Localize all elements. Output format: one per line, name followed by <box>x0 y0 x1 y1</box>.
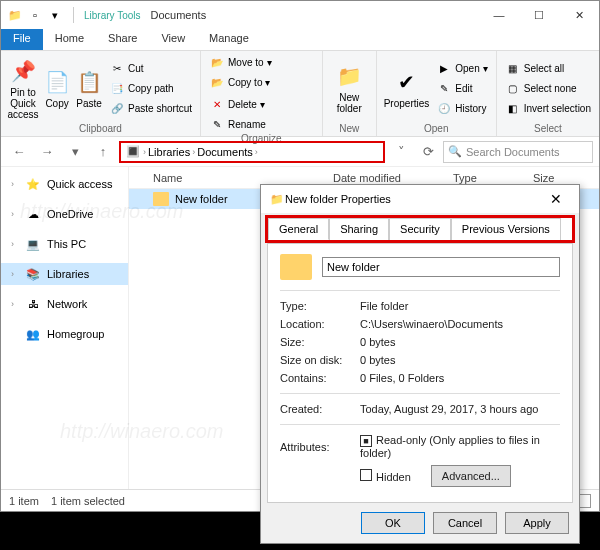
edit-button[interactable]: ✎Edit <box>434 79 489 97</box>
address-bar: ← → ▾ ↑ 🔳 › Libraries › Documents › ˅ ⟳ … <box>1 137 599 167</box>
refresh-button[interactable]: ⟳ <box>417 140 439 164</box>
new-folder-button[interactable]: 📁 New folder <box>329 53 370 123</box>
properties-icon: ✔ <box>393 68 421 96</box>
breadcrumb-libraries[interactable]: Libraries <box>148 146 190 158</box>
location-value: C:\Users\winaero\Documents <box>360 318 560 330</box>
tab-manage[interactable]: Manage <box>197 29 261 50</box>
back-button[interactable]: ← <box>7 140 31 164</box>
location-label: Location: <box>280 318 360 330</box>
breadcrumb[interactable]: 🔳 › Libraries › Documents › <box>119 141 385 163</box>
invert-selection-button[interactable]: ◧Invert selection <box>503 99 593 117</box>
delete-icon: ✕ <box>209 96 225 112</box>
open-button[interactable]: ▶Open▾ <box>434 59 489 77</box>
copy-button[interactable]: 📄 Copy <box>43 53 71 123</box>
dialog-tabs: General Sharing Security Previous Versio… <box>268 218 572 240</box>
history-dropdown-button[interactable]: ˅ <box>389 140 413 164</box>
nav-this-pc[interactable]: ›💻This PC <box>1 233 128 255</box>
move-to-button[interactable]: 📂Move to▾ <box>207 53 274 71</box>
titlebar: 📁 ▫ ▾ Library Tools Documents — ☐ ✕ <box>1 1 599 29</box>
tab-view[interactable]: View <box>149 29 197 50</box>
ok-button[interactable]: OK <box>361 512 425 534</box>
folder-icon <box>153 192 169 206</box>
open-group-label: Open <box>383 123 490 134</box>
maximize-button[interactable]: ☐ <box>519 1 559 29</box>
tab-share[interactable]: Share <box>96 29 149 50</box>
contextual-tab-label: Library Tools <box>78 8 147 23</box>
cancel-button[interactable]: Cancel <box>433 512 497 534</box>
select-group-label: Select <box>503 123 593 134</box>
status-count: 1 item <box>9 495 39 507</box>
readonly-label: Read-only (Only applies to files in fold… <box>360 434 540 459</box>
dialog-buttons: OK Cancel Apply <box>261 503 579 543</box>
nav-libraries[interactable]: ›📚Libraries <box>1 263 128 285</box>
tab-security[interactable]: Security <box>389 218 451 240</box>
tab-home[interactable]: Home <box>43 29 96 50</box>
nav-quick-access[interactable]: ›⭐Quick access <box>1 173 128 195</box>
contains-label: Contains: <box>280 372 360 384</box>
chevron-right-icon: › <box>11 239 19 249</box>
pin-to-quick-access-button[interactable]: 📌 Pin to Quick access <box>7 53 39 123</box>
qat-icon[interactable]: ▫ <box>27 7 43 23</box>
forward-button[interactable]: → <box>35 140 59 164</box>
attributes-label: Attributes: <box>280 441 360 453</box>
chevron-right-icon: › <box>11 179 19 189</box>
onedrive-icon: ☁ <box>25 206 41 222</box>
new-folder-icon: 📁 <box>335 62 363 90</box>
readonly-checkbox[interactable]: ■ <box>360 435 372 447</box>
rename-icon: ✎ <box>209 116 225 132</box>
pin-label: Pin to Quick access <box>7 87 39 120</box>
paste-label: Paste <box>76 98 102 109</box>
properties-button[interactable]: ✔ Properties <box>383 53 431 123</box>
up-button[interactable]: ↑ <box>91 140 115 164</box>
select-all-button[interactable]: ▦Select all <box>503 59 593 77</box>
breadcrumb-root-icon[interactable]: 🔳 <box>125 144 141 160</box>
history-button[interactable]: 🕘History <box>434 99 489 117</box>
tab-previous-versions[interactable]: Previous Versions <box>451 218 561 240</box>
nav-network[interactable]: ›🖧Network <box>1 293 128 315</box>
copyto-icon: 📂 <box>209 74 225 90</box>
dialog-close-button[interactable]: ✕ <box>541 191 571 207</box>
rename-button[interactable]: ✎Rename <box>207 115 268 133</box>
chevron-down-icon: ▾ <box>267 57 272 68</box>
col-name[interactable]: Name <box>153 172 333 184</box>
status-selected: 1 item selected <box>51 495 125 507</box>
nav-homegroup[interactable]: 👥Homegroup <box>1 323 128 345</box>
tab-file[interactable]: File <box>1 29 43 50</box>
recent-locations-button[interactable]: ▾ <box>63 140 87 164</box>
folder-name-input[interactable] <box>322 257 560 277</box>
tab-general[interactable]: General <box>268 218 329 240</box>
type-label: Type: <box>280 300 360 312</box>
qat-dropdown-icon[interactable]: ▾ <box>47 7 63 23</box>
col-size[interactable]: Size <box>533 172 583 184</box>
libraries-icon: 📚 <box>25 266 41 282</box>
breadcrumb-documents[interactable]: Documents <box>197 146 253 158</box>
copy-to-button[interactable]: 📂Copy to▾ <box>207 73 274 91</box>
app-icon: 📁 <box>7 7 23 23</box>
paste-button[interactable]: 📋 Paste <box>75 53 103 123</box>
apply-button[interactable]: Apply <box>505 512 569 534</box>
copy-icon: 📄 <box>43 68 71 96</box>
cut-button[interactable]: ✂Cut <box>107 59 194 77</box>
hidden-checkbox[interactable] <box>360 469 372 481</box>
col-type[interactable]: Type <box>453 172 533 184</box>
copy-path-button[interactable]: 📑Copy path <box>107 79 194 97</box>
advanced-button[interactable]: Advanced... <box>431 465 511 487</box>
select-none-button[interactable]: ▢Select none <box>503 79 593 97</box>
dialog-titlebar: 📁 New folder Properties ✕ <box>261 185 579 213</box>
minimize-button[interactable]: — <box>479 1 519 29</box>
size-on-disk-label: Size on disk: <box>280 354 360 366</box>
search-placeholder: Search Documents <box>466 146 560 158</box>
close-button[interactable]: ✕ <box>559 1 599 29</box>
dialog-body: Type:File folder Location:C:\Users\winae… <box>267 243 573 503</box>
star-icon: ⭐ <box>25 176 41 192</box>
open-icon: ▶ <box>436 60 452 76</box>
size-on-disk-value: 0 bytes <box>360 354 560 366</box>
col-date[interactable]: Date modified <box>333 172 453 184</box>
search-input[interactable]: 🔍 Search Documents <box>443 141 593 163</box>
chevron-down-icon: ▾ <box>260 99 265 110</box>
window-title: Documents <box>147 9 479 21</box>
nav-onedrive[interactable]: ›☁OneDrive <box>1 203 128 225</box>
tab-sharing[interactable]: Sharing <box>329 218 389 240</box>
paste-shortcut-button[interactable]: 🔗Paste shortcut <box>107 99 194 117</box>
delete-button[interactable]: ✕Delete▾ <box>207 95 268 113</box>
